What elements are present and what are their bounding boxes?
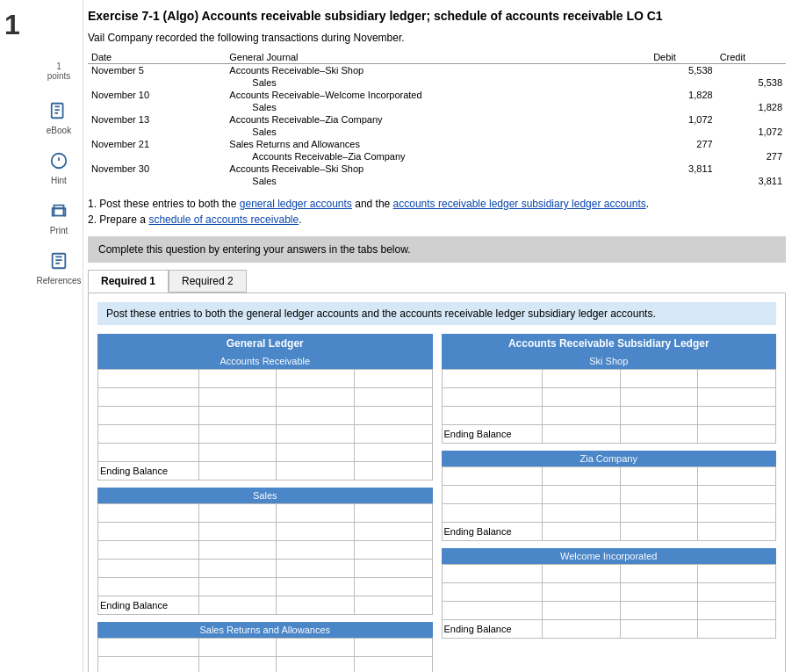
gl-ar-r1c2[interactable] — [201, 371, 275, 387]
sl-zia-end1[interactable] — [544, 524, 618, 539]
gl-s-r4c1[interactable] — [100, 560, 197, 576]
gl-s-r5c2[interactable] — [201, 579, 275, 595]
gl-sra-r1c4[interactable] — [356, 639, 430, 655]
gl-ar-r4c2[interactable] — [201, 426, 275, 442]
sl-ski-end1[interactable] — [544, 426, 618, 442]
sl-zia-r3c2[interactable] — [544, 505, 618, 521]
gl-ar-end3[interactable] — [356, 463, 430, 479]
sl-ski-r2c2[interactable] — [544, 389, 618, 405]
gl-sra-r1c1[interactable] — [100, 639, 197, 655]
gl-s-r2c3[interactable] — [278, 524, 352, 539]
gl-ar-r5c2[interactable] — [201, 444, 275, 460]
gl-ar-r4c1[interactable] — [100, 426, 197, 442]
gl-s-r1c2[interactable] — [201, 505, 275, 521]
subsidiary-ledger-link[interactable]: accounts receivable ledger subsidiary le… — [393, 198, 646, 210]
sl-ski-r2c4[interactable] — [700, 389, 774, 405]
gl-ar-r2c2[interactable] — [201, 389, 275, 405]
gl-s-r4c3[interactable] — [278, 560, 352, 576]
sl-wi-r1c3[interactable] — [623, 566, 696, 582]
sl-zia-r3c4[interactable] — [700, 505, 774, 521]
gl-ar-r2c1[interactable] — [100, 389, 197, 405]
gl-s-r5c4[interactable] — [356, 579, 430, 595]
gl-sra-r1c3[interactable] — [278, 639, 352, 655]
gl-s-r1c4[interactable] — [356, 505, 430, 521]
gl-ar-r3c4[interactable] — [356, 408, 430, 423]
gl-ar-r4c4[interactable] — [356, 426, 430, 442]
sl-wi-r2c2[interactable] — [544, 584, 618, 600]
gl-sra-r2c1[interactable] — [100, 658, 197, 672]
gl-ar-r2c4[interactable] — [356, 389, 430, 405]
gl-ar-r3c2[interactable] — [201, 408, 275, 423]
gl-s-r1c1[interactable] — [100, 505, 197, 521]
gl-ar-end2[interactable] — [278, 463, 352, 479]
gl-ar-r5c1[interactable] — [100, 444, 197, 460]
general-ledger-link[interactable]: general ledger accounts — [240, 198, 352, 210]
gl-ar-r5c4[interactable] — [356, 444, 430, 460]
sl-ski-r2c3[interactable] — [623, 389, 696, 405]
sl-ski-r1c2[interactable] — [544, 371, 618, 387]
sl-wi-r1c4[interactable] — [700, 566, 774, 582]
gl-s-r4c4[interactable] — [356, 560, 430, 576]
sl-ski-r3c4[interactable] — [700, 408, 774, 423]
gl-s-r3c2[interactable] — [201, 542, 275, 558]
sl-wi-r2c3[interactable] — [623, 584, 696, 600]
tab-required2[interactable]: Required 2 — [169, 270, 247, 293]
sl-wi-r2c4[interactable] — [700, 584, 774, 600]
tab-required1[interactable]: Required 1 — [88, 270, 169, 293]
gl-s-end2[interactable] — [278, 597, 352, 613]
sl-wi-r2c1[interactable] — [444, 584, 541, 600]
sl-ski-r1c4[interactable] — [700, 371, 774, 387]
gl-sra-r1c2[interactable] — [201, 639, 275, 655]
sl-ski-r3c2[interactable] — [544, 408, 618, 423]
sl-wi-r3c1[interactable] — [444, 603, 541, 618]
sl-zia-r3c3[interactable] — [623, 505, 696, 521]
sl-ski-r1c1[interactable] — [444, 371, 541, 387]
sl-zia-end2[interactable] — [623, 524, 696, 539]
sl-ski-r2c1[interactable] — [444, 389, 541, 405]
gl-s-r2c2[interactable] — [201, 524, 275, 539]
gl-sra-r2c2[interactable] — [201, 658, 275, 672]
gl-ar-r5c3[interactable] — [278, 444, 352, 460]
sl-ski-r1c3[interactable] — [623, 371, 696, 387]
sl-wi-r1c1[interactable] — [444, 566, 541, 582]
sl-zia-r1c1[interactable] — [444, 468, 541, 484]
gl-s-r4c2[interactable] — [201, 560, 275, 576]
gl-s-r3c4[interactable] — [356, 542, 430, 558]
sl-wi-end2[interactable] — [623, 621, 696, 637]
gl-ar-r1c4[interactable] — [356, 371, 430, 387]
ebook-nav[interactable]: eBook — [47, 98, 71, 135]
sl-zia-r2c1[interactable] — [444, 487, 541, 502]
gl-ar-r4c3[interactable] — [278, 426, 352, 442]
sl-wi-r1c2[interactable] — [544, 566, 618, 582]
sl-wi-r3c4[interactable] — [700, 603, 774, 618]
sl-zia-r1c3[interactable] — [623, 468, 696, 484]
gl-ar-r1c1[interactable] — [100, 371, 197, 387]
sl-zia-r3c1[interactable] — [444, 505, 541, 521]
print-nav[interactable]: Print — [47, 199, 71, 235]
sl-wi-end1[interactable] — [544, 621, 618, 637]
sl-zia-r1c4[interactable] — [700, 468, 774, 484]
sl-wi-end3[interactable] — [700, 621, 774, 637]
sl-zia-r2c3[interactable] — [623, 487, 696, 502]
gl-ar-r3c1[interactable] — [100, 408, 197, 423]
hint-nav[interactable]: Hint — [47, 148, 71, 185]
references-nav[interactable]: References — [36, 249, 81, 285]
schedule-link[interactable]: schedule of accounts receivable — [148, 213, 299, 226]
gl-s-end3[interactable] — [356, 597, 430, 613]
gl-ar-end1[interactable] — [201, 463, 275, 479]
sl-zia-end3[interactable] — [700, 524, 774, 539]
gl-s-r3c1[interactable] — [100, 542, 197, 558]
gl-sra-r2c4[interactable] — [356, 658, 430, 672]
gl-s-r2c1[interactable] — [100, 524, 197, 539]
gl-s-r2c4[interactable] — [356, 524, 430, 539]
gl-s-r3c3[interactable] — [278, 542, 352, 558]
sl-ski-end2[interactable] — [623, 426, 696, 442]
gl-sra-r2c3[interactable] — [278, 658, 352, 672]
gl-s-r5c3[interactable] — [278, 579, 352, 595]
gl-s-r5c1[interactable] — [100, 579, 197, 595]
sl-zia-r1c2[interactable] — [544, 468, 618, 484]
sl-wi-r3c2[interactable] — [544, 603, 618, 618]
gl-ar-r1c3[interactable] — [278, 371, 352, 387]
sl-ski-r3c3[interactable] — [623, 408, 696, 423]
gl-s-end1[interactable] — [201, 597, 275, 613]
